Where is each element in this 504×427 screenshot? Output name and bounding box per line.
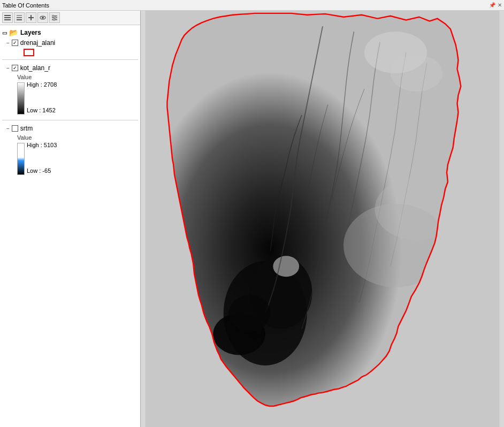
layers-button[interactable] <box>14 12 25 23</box>
svg-point-13 <box>52 15 54 17</box>
drenaj-expand-icon[interactable]: − <box>6 40 10 46</box>
srtm-legend-label: Value <box>17 134 138 141</box>
drenaj-layer-row: − drenaj_alani <box>6 38 138 48</box>
svg-rect-0 <box>4 15 11 16</box>
kot-legend-text: High : 2708 Low : 1452 <box>27 81 57 113</box>
svg-rect-2 <box>4 19 11 20</box>
srtm-gradient-bar <box>17 143 25 175</box>
kot-legend: Value High : 2708 Low : 1452 <box>17 73 138 117</box>
list-view-button[interactable] <box>2 12 13 23</box>
eye-button[interactable] <box>37 12 48 23</box>
srtm-legend-low: Low : -65 <box>27 167 57 174</box>
srtm-layer-row: − srtm <box>6 124 138 133</box>
layers-label: Layers <box>20 29 41 36</box>
drenaj-visibility-checkbox[interactable] <box>12 40 18 46</box>
svg-rect-3 <box>17 19 22 20</box>
svg-point-23 <box>391 55 442 92</box>
drenaj-layer-name: drenaj_alani <box>20 39 55 47</box>
kot-layer-name: kot_alan_r <box>20 64 50 72</box>
svg-point-15 <box>54 19 55 20</box>
srtm-expand-icon[interactable]: − <box>6 126 10 132</box>
map-svg <box>141 11 504 427</box>
srtm-legend-text: High : 5103 Low : -65 <box>27 142 57 174</box>
toc-title-bar: Table Of Contents 📌 ✕ <box>0 0 504 11</box>
close-button[interactable]: ✕ <box>498 2 502 8</box>
srtm-legend-row: High : 5103 Low : -65 <box>17 142 138 176</box>
svg-rect-7 <box>28 17 34 18</box>
kot-legend-low: Low : 1452 <box>27 107 57 113</box>
svg-point-21 <box>273 256 299 277</box>
layers-folder-icon: 📂 <box>9 28 18 37</box>
add-button[interactable] <box>26 12 36 23</box>
main-layout: ▭ 📂 Layers − drenaj_alani − <box>0 11 504 427</box>
kot-expand-icon[interactable]: − <box>6 65 10 71</box>
kot-visibility-checkbox[interactable] <box>12 65 18 71</box>
srtm-visibility-checkbox[interactable] <box>12 125 18 132</box>
srtm-legend-high: High : 5103 <box>27 142 57 148</box>
svg-rect-1 <box>4 17 11 18</box>
divider-2 <box>2 120 138 120</box>
kot-layer-group: − kot_alan_r Value High : 2708 Low : 145… <box>6 63 138 117</box>
srtm-legend: Value High : 5103 Low : -65 <box>17 133 138 177</box>
map-area[interactable] <box>141 11 504 427</box>
svg-point-9 <box>42 17 44 19</box>
drenaj-layer-group: − drenaj_alani <box>6 38 138 56</box>
drenaj-legend-symbol <box>24 49 34 56</box>
srtm-layer-name: srtm <box>20 125 33 132</box>
toc-content: ▭ 📂 Layers − drenaj_alani − <box>0 25 140 427</box>
kot-legend-row: High : 2708 Low : 1452 <box>17 81 138 116</box>
toc-toolbar <box>0 11 140 25</box>
layers-expand-icon[interactable]: ▭ <box>2 30 7 36</box>
svg-point-14 <box>55 17 56 19</box>
toc-title-label: Table Of Contents <box>2 2 49 9</box>
srtm-layer-group: − srtm Value High : 5103 Low : -65 <box>6 124 138 177</box>
svg-rect-4 <box>17 17 22 18</box>
options-button[interactable] <box>49 12 60 23</box>
toc-panel: ▭ 📂 Layers − drenaj_alani − <box>0 11 141 427</box>
divider-1 <box>2 59 138 60</box>
kot-legend-high: High : 2708 <box>27 81 57 88</box>
kot-layer-row: − kot_alan_r <box>6 63 138 73</box>
svg-point-27 <box>228 295 270 331</box>
svg-rect-5 <box>17 15 22 16</box>
kot-gradient-bar <box>17 82 25 115</box>
drenaj-legend <box>24 49 138 56</box>
kot-legend-label: Value <box>17 74 138 80</box>
pin-button[interactable]: 📌 <box>489 2 495 8</box>
layers-header: ▭ 📂 Layers <box>2 27 138 38</box>
